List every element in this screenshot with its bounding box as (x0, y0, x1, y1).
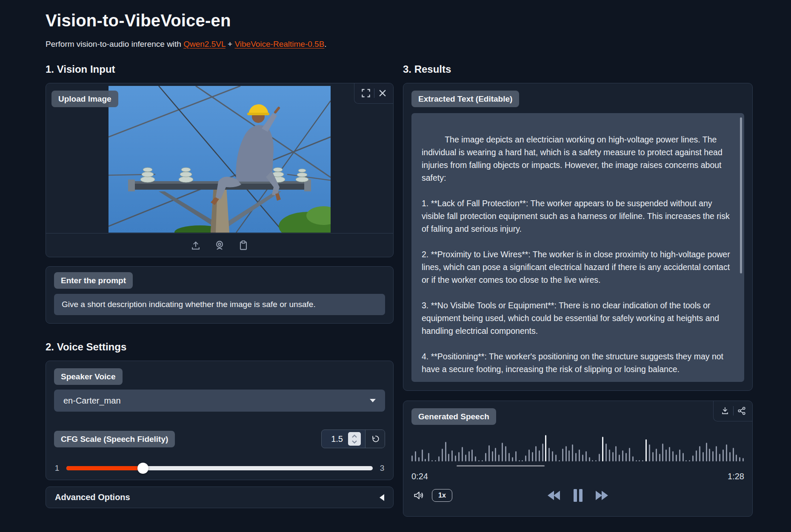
extracted-text-area[interactable]: The image depicts an electrician working… (411, 113, 744, 382)
image-corner-tools (354, 83, 393, 104)
extracted-text-label: Extracted Text (Editable) (411, 91, 519, 107)
waveform-bar (548, 448, 550, 461)
pause-button[interactable] (571, 487, 585, 504)
speaker-voice-dropdown[interactable]: en-Carter_man (54, 390, 385, 412)
tool-divider (733, 406, 734, 415)
speech-corner-tools (713, 401, 752, 421)
generated-speech-panel: Generated Speech (403, 401, 753, 517)
waveform-bar (465, 455, 466, 461)
waveform-bar (528, 449, 530, 461)
waveform-bar (555, 455, 557, 461)
pause-icon (572, 488, 584, 503)
waveform-bar (649, 444, 650, 461)
waveform-bar (519, 460, 520, 461)
waveform-bar (442, 449, 443, 461)
cfg-step-up-button[interactable] (351, 434, 357, 439)
voice-settings-panel: Speaker Voice en-Carter_man CFG Scale (S… (46, 361, 394, 480)
waveform-bar (602, 437, 603, 461)
paste-source-button[interactable] (236, 238, 251, 253)
waveform-bar (665, 449, 667, 461)
waveform-bar (615, 446, 617, 461)
waveform-bar (512, 457, 513, 461)
waveform-bar (639, 460, 640, 461)
clipboard-icon (237, 239, 249, 251)
waveform-bar (676, 455, 677, 461)
waveform-bar (692, 455, 694, 461)
waveform-bar (609, 449, 610, 461)
waveform-bar (662, 444, 663, 461)
waveform-bar (702, 452, 704, 461)
cfg-number-input[interactable]: 1.5 (322, 430, 348, 448)
waveform-bar (532, 452, 533, 461)
waveform-bar (502, 443, 503, 461)
waveform-bar (535, 446, 537, 461)
slider-max-label: 3 (379, 464, 385, 473)
advanced-options-accordion[interactable]: Advanced Options (46, 486, 394, 508)
cfg-slider-fill (66, 466, 143, 470)
waveform-bar (428, 453, 429, 461)
waveform-bar (431, 460, 433, 461)
waveform-bar (411, 455, 413, 461)
upload-image-label: Upload Image (51, 91, 118, 107)
waveform-bar (699, 446, 700, 461)
waveform-bar (455, 455, 456, 461)
waveform-bar (585, 451, 587, 461)
share-audio-button[interactable] (735, 404, 748, 417)
textarea-scrollbar[interactable] (740, 117, 742, 273)
waveform-bar (475, 456, 476, 461)
clear-image-button[interactable] (376, 87, 389, 100)
results-panel: Extracted Text (Editable) The image depi… (403, 83, 753, 391)
waveform-bar (445, 442, 446, 461)
waveform-bar (719, 454, 720, 461)
waveform-bar (545, 435, 546, 461)
subtitle-suffix: . (324, 40, 326, 48)
waveform-bar (709, 449, 710, 461)
current-time: 0:24 (411, 472, 428, 481)
cfg-slider-row: 1 3 (54, 464, 385, 473)
section-vision-input: 1. Vision Input (46, 63, 394, 75)
rewind-button[interactable] (545, 488, 563, 503)
waveform-bar (722, 449, 724, 461)
link-vibevoice[interactable]: VibeVoice-Realtime-0.5B (234, 40, 324, 48)
waveform-zone[interactable] (411, 433, 744, 467)
volume-button[interactable] (411, 488, 426, 503)
tool-divider (374, 88, 374, 98)
prompt-input[interactable]: Give a short description indicating whet… (54, 294, 385, 315)
waveform-bar (679, 449, 680, 461)
chevron-down-icon (370, 399, 376, 402)
cfg-slider[interactable] (66, 466, 373, 470)
vision-input-panel: Upload Image (46, 83, 394, 257)
waveform-bar (619, 455, 620, 461)
upload-source-button[interactable] (188, 238, 203, 253)
chevron-up-icon (351, 435, 357, 438)
waveform-bar (422, 449, 423, 461)
waveform-bar (498, 455, 500, 461)
waveform-bar (415, 451, 416, 461)
link-qwen[interactable]: Qwen2.5VL (183, 40, 226, 48)
waveform-bar (625, 453, 627, 461)
cfg-step-down-button[interactable] (351, 439, 357, 444)
speaker-voice-value: en-Carter_man (63, 396, 121, 406)
waveform-bar (605, 444, 607, 461)
waveform-bar (525, 455, 526, 461)
cfg-number-group: 1.5 (321, 430, 385, 448)
waveform-bar (451, 450, 453, 461)
prompt-panel: Enter the prompt Give a short descriptio… (46, 266, 394, 324)
cfg-slider-thumb[interactable] (137, 463, 148, 474)
waveform-bar (438, 456, 440, 461)
waveform-bar (562, 449, 563, 461)
section-results: 3. Results (403, 63, 753, 75)
fullscreen-button[interactable] (360, 87, 372, 100)
fast-forward-button[interactable] (593, 488, 611, 503)
cfg-reset-button[interactable] (365, 430, 385, 448)
download-audio-button[interactable] (719, 404, 731, 417)
webcam-source-button[interactable] (212, 238, 227, 253)
upload-icon (190, 239, 202, 251)
waveform-bar (542, 444, 543, 461)
playback-speed-button[interactable]: 1x (432, 489, 452, 502)
waveform-bar (462, 447, 463, 461)
waveform-bar (425, 459, 426, 461)
cfg-scale-label: CFG Scale (Speech Fidelity) (54, 431, 175, 447)
extracted-text-content: The image depicts an electrician working… (422, 135, 732, 374)
uploaded-image[interactable] (109, 86, 331, 233)
